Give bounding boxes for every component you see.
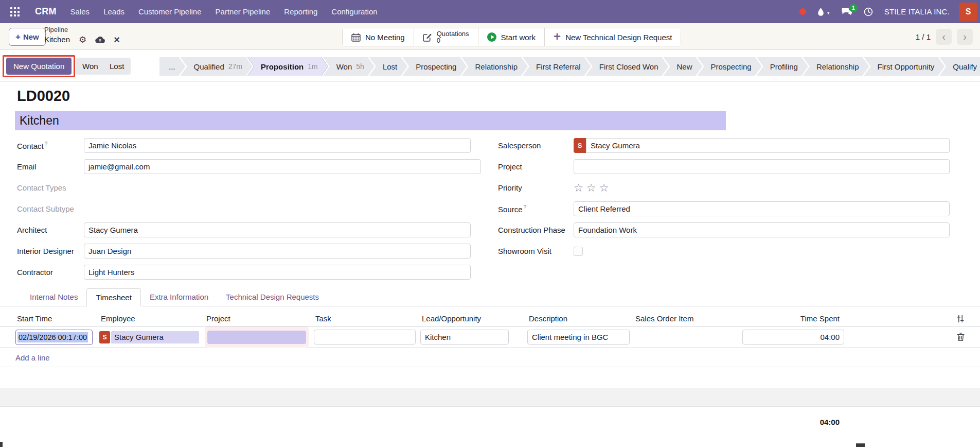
col-project[interactable]: Project [205,314,314,323]
menu-sales[interactable]: Sales [70,7,90,16]
field-row-contractor: Contractor [17,262,471,283]
lost-button[interactable]: Lost [103,58,131,75]
start-work-button[interactable]: Start work [478,28,545,46]
menu-configuration[interactable]: Configuration [331,7,377,16]
quotations-label: Quotations [437,30,469,37]
project-input[interactable] [574,159,950,174]
recording-indicator-dot [799,8,806,15]
stage-new[interactable]: New [663,57,702,76]
project-empty-field[interactable] [207,331,306,344]
stage-won[interactable]: Won5h [323,57,375,76]
new-quotation-button[interactable]: New Quotation [6,58,72,75]
employee-cell[interactable]: S Stacy Gumera [99,331,205,343]
menu-leads[interactable]: Leads [103,7,124,16]
stage-relationship-2[interactable]: Relationship [803,57,869,76]
contact-input[interactable] [84,138,471,153]
timesheet-row: 02/19/2026 00:17:00 S Stacy Gumera [0,326,980,348]
stage-first-referral[interactable]: First Referral [523,57,591,76]
apps-grid-icon[interactable] [9,6,21,18]
breadcrumb-parent[interactable]: Pipeline [44,26,120,34]
record-id-title: LD0020 [17,88,70,105]
droplet-menu[interactable] [817,7,830,16]
scrollbar-artifact [856,443,865,447]
col-lead-opportunity[interactable]: Lead/Opportunity [420,314,527,323]
stage-ellipsis-left[interactable]: ... [159,57,186,76]
contractor-input[interactable] [84,265,471,280]
user-avatar[interactable]: S [959,3,977,21]
email-label: Email [17,162,84,171]
pager-previous-button[interactable] [936,29,952,45]
quotations-button[interactable]: Quotations 0 [414,28,478,46]
col-sales-order-item[interactable]: Sales Order Item [634,314,742,323]
col-time-spent[interactable]: Time Spent [742,314,844,323]
save-cloud-icon[interactable] [95,36,105,43]
tab-internal-notes[interactable]: Internal Notes [21,288,86,306]
chevron-down-icon [827,7,830,16]
employee-value: Stacy Gumera [111,331,199,343]
stage-proposition-active[interactable]: Proposition1m [247,57,328,76]
menu-customer-pipeline[interactable]: Customer Pipeline [138,7,202,16]
discard-icon[interactable] [114,36,120,43]
field-row-contact: Contact? [17,135,471,156]
app-name[interactable]: CRM [35,6,57,17]
tab-extra-information[interactable]: Extra Information [141,288,217,306]
col-task[interactable]: Task [314,314,420,323]
delete-row-trash-icon[interactable] [874,333,965,341]
salesperson-label: Salesperson [498,141,574,150]
project-cell-required[interactable] [205,326,309,348]
menu-partner-pipeline[interactable]: Partner Pipeline [216,7,271,16]
contact-label: Contact? [17,141,84,150]
description-input[interactable] [527,330,630,345]
company-name[interactable]: STILE ITALIA INC. [884,7,950,16]
won-button[interactable]: Won [76,58,105,75]
stage-first-closed-won[interactable]: First Closed Won [586,57,669,76]
start-time-field[interactable]: 02/19/2026 00:17:00 [15,330,93,345]
stage-prospecting[interactable]: Prospecting [402,57,467,76]
top-navbar: CRM Sales Leads Customer Pipeline Partne… [0,0,980,23]
activities-clock-icon[interactable] [864,7,873,16]
stage-prospecting-2[interactable]: Prospecting [698,57,762,76]
star-icon[interactable] [586,182,596,194]
contact-types-label: Contact Types [17,183,66,192]
col-description[interactable]: Description [527,314,634,323]
architect-input[interactable] [84,222,471,237]
stage-qualify[interactable]: Qualify [939,57,980,76]
star-icon[interactable] [574,182,583,194]
field-row-project: Project [498,156,950,177]
breadcrumb: Pipeline Kitchen [44,26,120,45]
stage-relationship[interactable]: Relationship [461,57,528,76]
construction-phase-input[interactable] [574,222,950,237]
field-row-priority: Priority [498,177,609,198]
showroom-visit-checkbox[interactable] [574,247,583,256]
messages-button[interactable]: 1 [842,8,852,16]
new-record-button[interactable]: New [9,28,46,46]
record-name-field[interactable]: Kitchen [15,111,726,130]
interior-designer-input[interactable] [84,244,471,259]
stage-qualified[interactable]: Qualified27m [181,57,253,76]
timesheet-total-row: 04:00 [0,407,980,427]
stage-profiling[interactable]: Profiling [757,57,808,76]
settings-gear-icon[interactable] [79,35,86,45]
salesperson-input[interactable] [586,138,950,153]
star-icon[interactable] [599,182,609,194]
new-technical-design-request-button[interactable]: New Technical Design Request [545,28,681,46]
col-start-time[interactable]: Start Time [15,314,99,323]
no-meeting-button[interactable]: No Meeting [343,28,414,46]
task-input[interactable] [314,330,416,345]
email-input[interactable] [84,159,481,174]
col-employee[interactable]: Employee [99,314,205,323]
time-spent-input[interactable] [742,330,844,345]
optional-columns-icon[interactable] [874,315,965,323]
menu-reporting[interactable]: Reporting [284,7,317,16]
lead-opportunity-input[interactable] [420,330,509,345]
pager-next-button[interactable] [957,29,973,45]
field-row-showroom-visit: Showroom Visit [498,240,583,262]
add-a-line-link[interactable]: Add a line [15,353,50,362]
tab-technical-design-requests[interactable]: Technical Design Requests [217,288,328,306]
add-line-row: Add a line [0,348,980,367]
stage-lost[interactable]: Lost [369,57,407,76]
source-input[interactable] [574,201,950,216]
statusbar: New Quotation Won Lost ... Qualified27m … [0,50,980,82]
tab-timesheet[interactable]: Timesheet [86,288,140,306]
stage-first-opportunity[interactable]: First Opportunity [864,57,945,76]
